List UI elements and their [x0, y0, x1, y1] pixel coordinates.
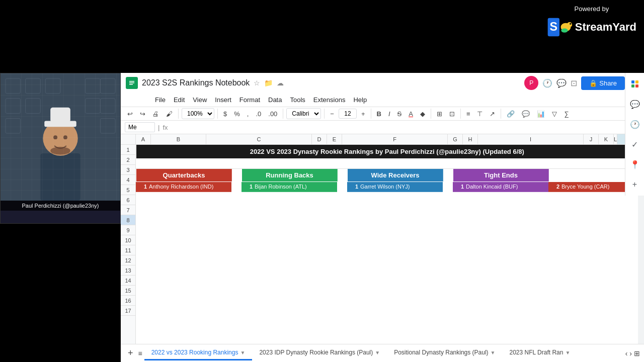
player-cell-te-1[interactable]: 1Dalton Kincaid (BUF): [453, 182, 548, 192]
col-header-h[interactable]: H: [463, 134, 478, 144]
menu-extensions[interactable]: Extensions: [309, 94, 350, 106]
player-cell-qb-1[interactable]: 1Anthony Richardson (IND): [136, 182, 231, 192]
chart-button[interactable]: 📊: [534, 109, 547, 119]
text-rotate-button[interactable]: ↗: [487, 109, 498, 119]
row-num-7[interactable]: 7: [121, 205, 135, 215]
percent-button[interactable]: %: [231, 109, 243, 119]
tab-nfl-draft[interactable]: 2023 NFL Draft Ran ▼: [503, 346, 578, 360]
menu-insert[interactable]: Insert: [211, 94, 235, 106]
tab-nfl-draft-arrow: ▼: [565, 350, 570, 355]
menu-tools[interactable]: Tools: [286, 94, 309, 106]
link-button[interactable]: 🔗: [504, 109, 517, 119]
undo-button[interactable]: ↩: [125, 109, 135, 119]
menu-data[interactable]: Data: [264, 94, 286, 106]
decimal-button[interactable]: .0: [253, 109, 264, 119]
valign-button[interactable]: ⊤: [474, 109, 485, 119]
menu-format[interactable]: Format: [235, 94, 264, 106]
sidebar-history-icon[interactable]: 🕐: [628, 117, 642, 131]
col-header-d[interactable]: D: [312, 134, 327, 144]
strikethrough-button[interactable]: S: [395, 109, 405, 119]
col-header-a[interactable]: A: [136, 134, 151, 144]
row-num-11[interactable]: 11: [121, 245, 135, 255]
col-header-c[interactable]: C: [206, 134, 312, 144]
paint-button[interactable]: 🖌: [164, 109, 175, 119]
print-button[interactable]: 🖨: [150, 109, 162, 119]
row-num-12[interactable]: 12: [121, 255, 135, 265]
col-header-l[interactable]: L: [614, 134, 617, 144]
col-header-b[interactable]: B: [151, 134, 206, 144]
menu-help[interactable]: Help: [349, 94, 371, 106]
player-cell-wr-1[interactable]: 1Garret Wilson (NYJ): [347, 182, 443, 192]
font-selector[interactable]: Calibri: [286, 108, 321, 119]
cell-reference-input[interactable]: [125, 122, 155, 132]
row-num-15[interactable]: 15: [121, 286, 135, 296]
explore-button[interactable]: ⊞: [634, 349, 640, 357]
row-num-10[interactable]: 10: [121, 235, 135, 245]
title-cell: 2022 VS 2023 Dynasty Rookie Rankings by …: [136, 145, 638, 158]
svg-rect-31: [635, 80, 638, 83]
view-mode-icon[interactable]: ⊡: [571, 78, 577, 88]
tab-nav-left[interactable]: ‹: [625, 349, 628, 357]
menu-file[interactable]: File: [151, 94, 170, 106]
col-header-k[interactable]: K: [599, 134, 614, 144]
row-num-1[interactable]: 1: [121, 145, 135, 155]
tab-rookie-rankings[interactable]: 2022 vs 2023 Rooking Rankings ▼: [144, 346, 253, 360]
row-num-3[interactable]: 3: [121, 165, 135, 175]
star-icon[interactable]: ☆: [254, 79, 260, 87]
sidebar-add-icon[interactable]: +: [628, 177, 642, 192]
font-size-input[interactable]: [339, 109, 357, 119]
row-num-17[interactable]: 17: [121, 306, 135, 316]
currency-button[interactable]: $: [221, 109, 229, 119]
comma-button[interactable]: ,: [245, 109, 252, 119]
sidebar-maps-icon[interactable]: 📍: [628, 157, 642, 171]
italic-button[interactable]: I: [386, 109, 393, 119]
col-header-f[interactable]: F: [342, 134, 448, 144]
player-cell-rb-1[interactable]: 1Bijan Robinson (ATL): [242, 182, 337, 192]
share-button[interactable]: 🔒 Share: [581, 76, 625, 90]
redo-button[interactable]: ↪: [137, 109, 148, 119]
formula-input[interactable]: [171, 124, 640, 131]
row-num-13[interactable]: 13: [121, 265, 135, 276]
tab-nav-right[interactable]: ›: [629, 349, 632, 357]
row-num-6[interactable]: 6: [121, 195, 135, 205]
col-header-g[interactable]: G: [448, 134, 463, 144]
tab-idp-rankings[interactable]: 2023 IDP Dynasty Rookie Rankings (Paul) …: [252, 346, 387, 360]
font-color-button[interactable]: A: [406, 109, 416, 119]
align-button[interactable]: ≡: [464, 109, 473, 119]
row-num-9[interactable]: 9: [121, 225, 135, 235]
history-icon[interactable]: 🕐: [542, 78, 552, 88]
rank-num-te-1: 1: [455, 184, 464, 190]
comment-icon[interactable]: 💬: [556, 78, 567, 88]
borders-button[interactable]: ⊞: [434, 109, 445, 119]
col-header-j[interactable]: J: [584, 134, 599, 144]
all-sheets-button[interactable]: ≡: [136, 349, 144, 357]
zoom-selector[interactable]: 100%: [182, 108, 214, 119]
menu-edit[interactable]: Edit: [170, 94, 189, 106]
row-num-16[interactable]: 16: [121, 296, 135, 306]
cloud-icon[interactable]: ☁: [277, 79, 284, 87]
row-num-14[interactable]: 14: [121, 276, 135, 286]
row-num-4[interactable]: 4: [121, 175, 135, 185]
folder-icon[interactable]: 📁: [264, 79, 273, 87]
col-header-i[interactable]: I: [478, 134, 584, 144]
sidebar-explore-icon[interactable]: [628, 77, 642, 91]
font-decrease-button[interactable]: −: [328, 109, 337, 119]
tab-positional-rankings[interactable]: Positional Dynasty Rankings (Paul) ▼: [387, 346, 502, 360]
function-button[interactable]: ∑: [561, 109, 571, 119]
dec-decimal-button[interactable]: .00: [266, 109, 280, 119]
merge-button[interactable]: ⊡: [447, 109, 457, 119]
avatar-icon[interactable]: P: [524, 76, 538, 90]
insert-comment-button[interactable]: 💬: [519, 109, 532, 119]
add-sheet-button[interactable]: +: [125, 348, 136, 358]
fill-color-button[interactable]: ◆: [418, 109, 428, 119]
bold-button[interactable]: B: [374, 109, 384, 119]
sidebar-chat-icon[interactable]: 💬: [628, 97, 642, 111]
menu-view[interactable]: View: [189, 94, 211, 106]
row-num-8[interactable]: 8: [121, 215, 135, 225]
row-num-5[interactable]: 5: [121, 185, 135, 195]
row-num-2[interactable]: 2: [121, 155, 135, 165]
sidebar-tasks-icon[interactable]: ✓: [628, 137, 642, 151]
col-header-e[interactable]: E: [327, 134, 342, 144]
filter-button[interactable]: ▽: [549, 109, 559, 119]
font-increase-button[interactable]: +: [359, 109, 368, 119]
